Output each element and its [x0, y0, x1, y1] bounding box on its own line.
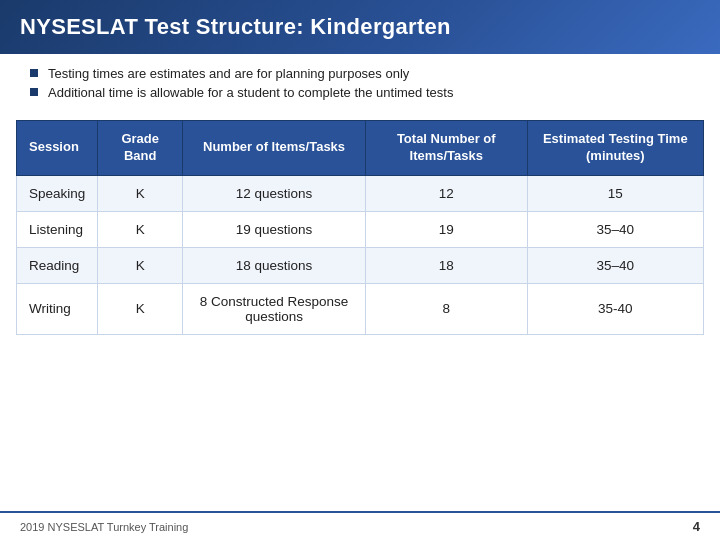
cell-total-0: 12 — [365, 175, 527, 211]
table-row: Speaking K 12 questions 12 15 — [17, 175, 704, 211]
footer-page-number: 4 — [693, 519, 700, 534]
footer-training-label: 2019 NYSESLAT Turnkey Training — [20, 521, 188, 533]
data-table: Session Grade Band Number of Items/Tasks… — [16, 120, 704, 335]
cell-total-2: 18 — [365, 247, 527, 283]
cell-total-3: 8 — [365, 283, 527, 334]
cell-grade-1: K — [98, 211, 183, 247]
cell-session-3: Writing — [17, 283, 98, 334]
cell-items-2: 18 questions — [183, 247, 366, 283]
cell-session-1: Listening — [17, 211, 98, 247]
bullet-item-2: Additional time is allowable for a stude… — [30, 85, 690, 100]
page-footer: 2019 NYSESLAT Turnkey Training 4 — [0, 511, 720, 540]
bullet-icon-1 — [30, 69, 38, 77]
table-wrapper: Session Grade Band Number of Items/Tasks… — [0, 112, 720, 511]
col-total: Total Number of Items/Tasks — [365, 121, 527, 176]
cell-session-0: Speaking — [17, 175, 98, 211]
page-title: NYSESLAT Test Structure: Kindergarten — [20, 14, 451, 39]
cell-grade-2: K — [98, 247, 183, 283]
cell-time-1: 35–40 — [527, 211, 703, 247]
bullet-text-1: Testing times are estimates and are for … — [48, 66, 409, 81]
cell-grade-0: K — [98, 175, 183, 211]
col-items: Number of Items/Tasks — [183, 121, 366, 176]
cell-time-3: 35-40 — [527, 283, 703, 334]
table-row: Reading K 18 questions 18 35–40 — [17, 247, 704, 283]
bullets-section: Testing times are estimates and are for … — [0, 54, 720, 112]
bullet-icon-2 — [30, 88, 38, 96]
cell-items-0: 12 questions — [183, 175, 366, 211]
table-row: Listening K 19 questions 19 35–40 — [17, 211, 704, 247]
cell-grade-3: K — [98, 283, 183, 334]
page: NYSESLAT Test Structure: Kindergarten Te… — [0, 0, 720, 540]
col-session: Session — [17, 121, 98, 176]
cell-items-1: 19 questions — [183, 211, 366, 247]
table-header-row: Session Grade Band Number of Items/Tasks… — [17, 121, 704, 176]
page-header: NYSESLAT Test Structure: Kindergarten — [0, 0, 720, 54]
cell-time-0: 15 — [527, 175, 703, 211]
cell-time-2: 35–40 — [527, 247, 703, 283]
col-time: Estimated Testing Time (minutes) — [527, 121, 703, 176]
cell-total-1: 19 — [365, 211, 527, 247]
cell-session-2: Reading — [17, 247, 98, 283]
bullet-item-1: Testing times are estimates and are for … — [30, 66, 690, 81]
bullet-text-2: Additional time is allowable for a stude… — [48, 85, 453, 100]
cell-items-3: 8 Constructed Response questions — [183, 283, 366, 334]
col-grade: Grade Band — [98, 121, 183, 176]
table-row: Writing K 8 Constructed Response questio… — [17, 283, 704, 334]
